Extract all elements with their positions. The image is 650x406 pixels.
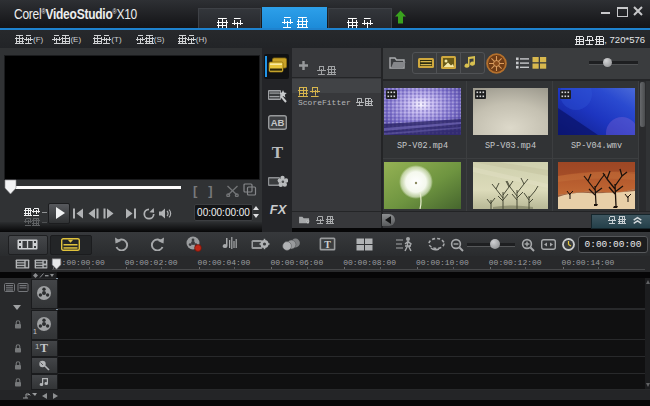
svg-text:T: T xyxy=(272,144,284,160)
svg-text:T: T xyxy=(324,239,331,250)
svg-text:AB: AB xyxy=(271,117,285,128)
